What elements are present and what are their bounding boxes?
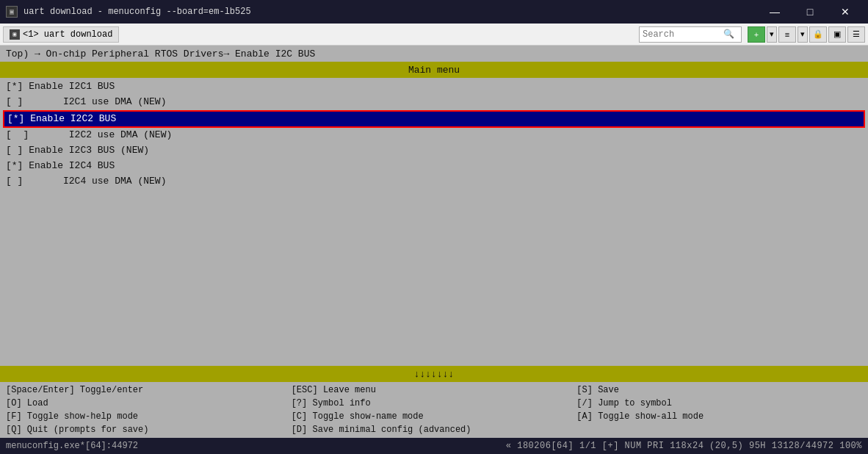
arrows-bar: ↓↓↓↓↓↓↓ [0, 366, 868, 382]
help-quit: [Q] Quit (prompts for save) [6, 423, 292, 436]
breadcrumb: Top) → On-chip Peripheral RTOS Drivers→ … [0, 46, 868, 62]
help-bar: [Space/Enter] Toggle/enter [ESC] Leave m… [0, 382, 868, 438]
pane-button[interactable]: ▣ [828, 26, 846, 43]
add-dropdown[interactable]: ▾ [767, 26, 777, 43]
search-box[interactable]: 🔍 [639, 26, 742, 43]
window-controls: — □ ✕ [758, 0, 862, 24]
menu-item-i2c4-dma[interactable]: [ ] I2C4 use DMA (NEW) [3, 174, 865, 190]
menu-button[interactable]: ☰ [847, 26, 865, 43]
help-jump: [/] Jump to symbol [576, 397, 862, 410]
help-save-minimal: [D] Save minimal config (advanced) [292, 423, 577, 436]
status-right: « 180206[64] 1/1 [+] NUM PRI 118x24 (20,… [506, 441, 862, 451]
help-toggle: [Space/Enter] Toggle/enter [6, 383, 292, 397]
view-dropdown[interactable]: ▾ [798, 26, 808, 43]
help-empty [576, 423, 862, 436]
window-title: uart download - menuconfig --board=em-lb… [23, 7, 251, 17]
help-toggle-all: [A] Toggle show-all mode [576, 410, 862, 423]
menu-item-i2c4-bus[interactable]: [*] Enable I2C4 BUS [3, 159, 865, 174]
menu-items-list: [*] Enable I2C1 BUS [ ] I2C1 use DMA (NE… [0, 78, 868, 366]
add-button[interactable]: + [748, 26, 765, 43]
tab-icon: ▣ [10, 29, 20, 40]
search-input[interactable] [643, 29, 723, 40]
app-window: ▣ uart download - menuconfig --board=em-… [0, 0, 868, 454]
close-button[interactable]: ✕ [828, 0, 862, 24]
help-row-2: [O] Load [?] Symbol info [/] Jump to sym… [6, 397, 862, 410]
status-bar: menuconfig.exe*[64]:44972 « 180206[64] 1… [0, 438, 868, 454]
toolbar-buttons: + ▾ ≡ ▾ 🔒 ▣ ☰ [748, 26, 865, 43]
menu-item-i2c1-dma[interactable]: [ ] I2C1 use DMA (NEW) [3, 95, 865, 110]
maximize-button[interactable]: □ [793, 0, 827, 24]
lock-button[interactable]: 🔒 [809, 26, 827, 43]
title-bar-left: ▣ uart download - menuconfig --board=em-… [6, 6, 251, 18]
menu-bar: ▣ <1> uart download 🔍 + ▾ ≡ ▾ 🔒 ▣ ☰ [0, 24, 868, 46]
menu-item-i2c3-bus[interactable]: [ ] Enable I2C3 BUS (NEW) [3, 143, 865, 159]
help-row-3: [F] Toggle show-help mode [C] Toggle sho… [6, 410, 862, 423]
menu-item-i2c2-bus[interactable]: [*] Enable I2C2 BUS [3, 110, 865, 129]
help-toggle-name: [C] Toggle show-name mode [292, 410, 577, 423]
help-symbol-info: [?] Symbol info [292, 397, 577, 410]
help-load: [O] Load [6, 397, 292, 410]
help-row-1: [Space/Enter] Toggle/enter [ESC] Leave m… [6, 383, 862, 397]
tab-label: <1> uart download [23, 29, 112, 40]
help-toggle-help: [F] Toggle show-help mode [6, 410, 292, 423]
tab-uart-download[interactable]: ▣ <1> uart download [3, 26, 119, 43]
main-section: Main menu [*] Enable I2C1 BUS [ ] I2C1 u… [0, 62, 868, 438]
help-leave: [ESC] Leave menu [292, 383, 577, 397]
search-icon: 🔍 [723, 29, 734, 40]
help-save: [S] Save [576, 383, 862, 397]
status-left: menuconfig.exe*[64]:44972 [6, 441, 138, 451]
menu-item-i2c1-bus[interactable]: [*] Enable I2C1 BUS [3, 79, 865, 95]
minimize-button[interactable]: — [758, 0, 792, 24]
view-button[interactable]: ≡ [778, 26, 796, 43]
menu-header: Main menu [0, 62, 868, 78]
title-bar: ▣ uart download - menuconfig --board=em-… [0, 0, 868, 24]
menu-item-i2c2-dma[interactable]: [ ] I2C2 use DMA (NEW) [3, 128, 865, 143]
app-icon: ▣ [6, 6, 18, 18]
help-row-4: [Q] Quit (prompts for save) [D] Save min… [6, 423, 862, 436]
